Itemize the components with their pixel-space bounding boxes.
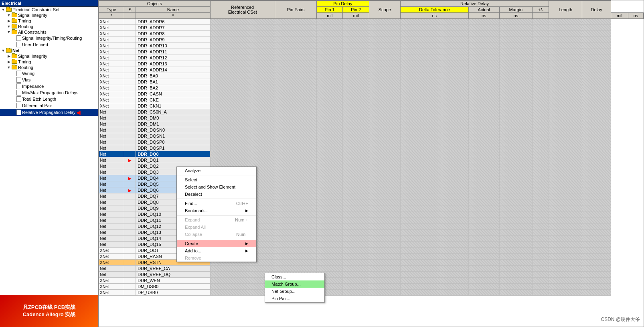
table-row[interactable]: XNet DP_USB0: [99, 290, 644, 296]
scope-cell: [369, 85, 400, 91]
table-row[interactable]: Net DDR_VREF_DQ: [99, 272, 644, 278]
scope-cell: [369, 199, 400, 205]
scope-cell: [369, 37, 400, 43]
table-row[interactable]: Net DDR_DQ0: [99, 151, 644, 157]
pin1-cell: [317, 211, 343, 217]
pinpairs-cell: [275, 31, 316, 37]
sidebar-item-ecs-user-defined[interactable]: User-Defined: [0, 41, 98, 48]
sidebar-item-net-rel-prop-delay[interactable]: Relative Propagation Delay◀: [0, 109, 98, 116]
expand-icon[interactable]: ▼: [6, 30, 11, 35]
table-row[interactable]: XNet DDR_ADDR11: [99, 49, 644, 55]
refecs-cell: [210, 37, 275, 43]
menu-item-find[interactable]: Find...Ctrl+F: [177, 200, 256, 207]
table-row[interactable]: XNet DDR_ADDR8: [99, 31, 644, 37]
name-unit: *: [136, 13, 210, 19]
expand-icon[interactable]: ▼: [6, 13, 11, 18]
s-cell: [124, 260, 136, 266]
sidebar-item-ecs-routing[interactable]: ▼Routing: [0, 24, 98, 29]
table-row[interactable]: XNet DDR_BA2: [99, 85, 644, 91]
margin-cell: [499, 157, 533, 163]
table-row[interactable]: Net DDR_DM1: [99, 121, 644, 127]
expand-icon[interactable]: ▼: [6, 24, 11, 29]
sidebar-item-net-routing[interactable]: ▼Routing: [0, 65, 98, 70]
table-row[interactable]: XNet DDR_BA1: [99, 79, 644, 85]
table-row[interactable]: XNet DDR_CKE: [99, 97, 644, 103]
actual-cell: [468, 175, 499, 181]
table-container[interactable]: Objects ReferencedElectrical CSet Pin Pa…: [98, 0, 644, 327]
sidebar-item-net-signal-integrity[interactable]: ▶Signal Integrity: [0, 53, 98, 59]
table-row[interactable]: XNet DDR_BA0: [99, 73, 644, 79]
table-row[interactable]: Net DDR_DQSP0: [99, 139, 644, 145]
sidebar-item-ecs-si-timing-routing[interactable]: Signal Integrity/Timing/Routing: [0, 35, 98, 41]
expand-icon[interactable]: ▶: [6, 59, 11, 64]
refecs-cell: [210, 25, 275, 31]
sidebar-item-ecs-all-constraints[interactable]: ▼All Constraints: [0, 29, 98, 35]
table-row[interactable]: XNet DDR_ADDR12: [99, 55, 644, 61]
table-row[interactable]: XNet DDR_ADDR13: [99, 61, 644, 67]
table-row[interactable]: XNet DDR_ADDR7: [99, 25, 644, 31]
table-row[interactable]: Net DDR_CS0N_A: [99, 109, 644, 115]
pinpairs-cell: [275, 193, 316, 199]
actual-cell: [468, 61, 499, 67]
sidebar-item-ecs-signal-integrity[interactable]: ▼Signal Integrity: [0, 12, 98, 18]
table-row[interactable]: XNet DDR_CKN1: [99, 103, 644, 109]
pin2-cell: [343, 242, 369, 248]
pin2-cell: [343, 223, 369, 230]
pin2-cell: [343, 91, 369, 97]
sidebar-item-net-timing[interactable]: ▶Timing: [0, 59, 98, 65]
sidebar-item-net-minmax[interactable]: Min/Max Propagation Delays: [0, 89, 98, 96]
table-row[interactable]: Net DDR_DQSN1: [99, 133, 644, 139]
menu-separator: [177, 199, 256, 199]
table-row[interactable]: XNet DM_USB0: [99, 284, 644, 290]
table-row[interactable]: XNet DDR_ADDR14: [99, 67, 644, 73]
expand-icon[interactable]: ▶: [6, 54, 11, 59]
table-row[interactable]: Net DDR_DM0: [99, 115, 644, 121]
sidebar-item-net-diff-pair[interactable]: Differential Pair: [0, 102, 98, 109]
length-cell: [549, 67, 582, 73]
menu-item-deselect[interactable]: Deselect: [177, 191, 256, 198]
submenu-item-class[interactable]: Class...: [265, 273, 324, 280]
delay2-cell: [582, 181, 611, 187]
pin2-cell: [343, 181, 369, 187]
expand-icon[interactable]: ▶: [6, 18, 11, 23]
pm-cell: [533, 211, 549, 217]
csdn-watermark: CSDN @硬件大爷: [601, 316, 640, 323]
expand-icon[interactable]: ▼: [1, 48, 6, 53]
table-row[interactable]: Net DDR_VREF_CA: [99, 266, 644, 272]
sidebar-item-ecs-timing[interactable]: ▶Timing: [0, 18, 98, 24]
menu-item-bookmark[interactable]: Bookmark...: [177, 207, 256, 214]
menu-item-add-to[interactable]: Add to...: [177, 247, 256, 254]
name-cell: DDR_DM1: [136, 121, 210, 127]
margin-cell: [499, 278, 533, 284]
menu-item-select-show[interactable]: Select and Show Element: [177, 183, 256, 191]
expand-icon[interactable]: ▼: [1, 7, 6, 12]
length-cell: [549, 272, 582, 278]
submenu-item-net-group[interactable]: Net Group...: [265, 288, 324, 295]
table-row[interactable]: Net DDR_DQSP1: [99, 145, 644, 151]
menu-item-create[interactable]: Create: [177, 240, 256, 247]
submenu-item-pin-pair[interactable]: Pin Pair...: [265, 295, 324, 302]
table-row[interactable]: XNet DDR_ADDR10: [99, 43, 644, 49]
pin2-cell: [343, 25, 369, 31]
sidebar-item-net-wiring[interactable]: Wiring: [0, 70, 98, 77]
table-row[interactable]: XNet DDR_ADDR6: [99, 19, 644, 25]
table-row[interactable]: XNet DDR_WEN: [99, 278, 644, 284]
margin-cell: [499, 127, 533, 133]
table-row[interactable]: XNet DDR_CASN: [99, 91, 644, 97]
table-row[interactable]: XNet DDR_ADDR9: [99, 37, 644, 43]
submenu-item-match-group[interactable]: Match Group...: [265, 280, 324, 288]
sidebar-item-net-total-etch[interactable]: Total Etch Length: [0, 96, 98, 102]
menu-item-select[interactable]: Select: [177, 176, 256, 183]
table-row[interactable]: Net ▶ DDR_DQ1: [99, 157, 644, 163]
length-cell: [549, 49, 582, 55]
sidebar-item-electrical-constraint-set[interactable]: ▼Electrical Constraint Set: [0, 7, 98, 12]
menu-item-analyze[interactable]: Analyze: [177, 167, 256, 174]
context-menu[interactable]: AnalyzeSelectSelect and Show ElementDese…: [176, 167, 257, 262]
sidebar-item-net-vias[interactable]: Vias: [0, 77, 98, 83]
expand-icon[interactable]: ▼: [6, 65, 11, 70]
sidebar-item-net-impedance[interactable]: Impedance: [0, 83, 98, 89]
create-submenu[interactable]: Class...Match Group...Net Group...Pin Pa…: [265, 273, 325, 303]
scope-cell: [369, 55, 400, 61]
sidebar-item-net-section[interactable]: ▼Net: [0, 48, 98, 53]
table-row[interactable]: Net DDR_DQSN0: [99, 127, 644, 133]
